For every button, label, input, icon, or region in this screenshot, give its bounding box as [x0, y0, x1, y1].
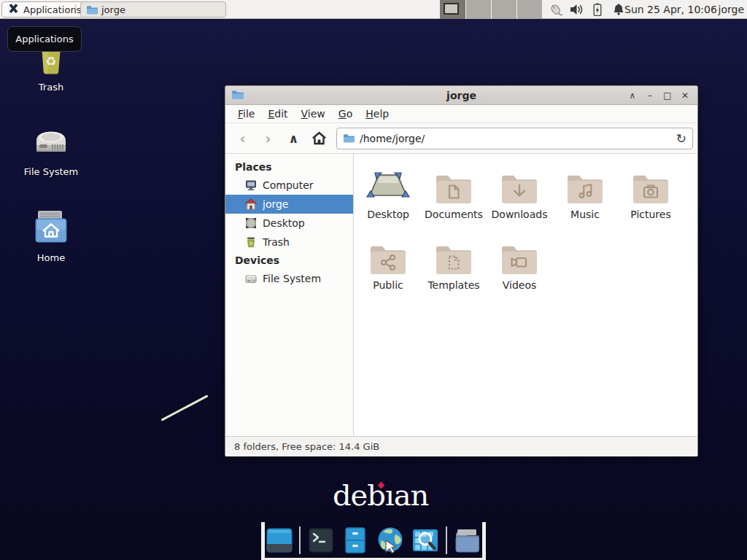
close-button[interactable]: ✕	[678, 86, 692, 105]
battery-charging-icon[interactable]	[589, 1, 605, 18]
path-folder-icon	[343, 133, 355, 143]
workspace-1[interactable]	[440, 0, 465, 19]
taskbar-window-button[interactable]: jorge	[80, 1, 226, 18]
sidebar-item-jorge[interactable]: jorge	[225, 195, 353, 214]
desktop-icon-home[interactable]: Home	[7, 209, 95, 263]
desktop-icon-label: Home	[7, 252, 95, 263]
menu-go[interactable]: Go	[332, 106, 359, 122]
file-item-public[interactable]: Public	[355, 230, 421, 301]
folder-downloads-icon	[500, 160, 538, 205]
file-label: Documents	[425, 209, 483, 220]
panel-user-actions[interactable]: jorge	[719, 0, 744, 19]
menu-view[interactable]: View	[295, 106, 332, 122]
places-sidebar: Places Computer jorge Desktop Trash Devi…	[225, 154, 354, 436]
sidebar-item-trash[interactable]: Trash	[225, 233, 353, 252]
folder-videos-icon	[500, 230, 538, 276]
status-text: 8 folders, Free space: 14.4 GiB	[234, 441, 379, 452]
system-tray	[547, 0, 627, 19]
devices-header: Devices	[225, 252, 353, 269]
file-manager-launcher[interactable]	[453, 526, 482, 555]
wallpaper-swoosh	[161, 394, 209, 421]
sidebar-item-label: File System	[263, 273, 321, 284]
file-item-pictures[interactable]: Pictures	[618, 160, 684, 230]
dock-panel	[261, 522, 486, 560]
toolbar: ‹ › ∧ /home/jorge/ ↻	[225, 123, 697, 154]
mouse-icon[interactable]	[547, 1, 563, 18]
window-titlebar[interactable]: jorge ∧ – □ ✕	[225, 86, 697, 105]
desktop-icon-file-system[interactable]: File System	[7, 121, 95, 177]
applications-tooltip: Applications	[7, 26, 82, 52]
app-finder-icon	[411, 527, 440, 553]
desktop-icon-label: File System	[7, 166, 95, 177]
debian-wordmark: debıan	[333, 478, 428, 512]
folder-public-icon	[369, 230, 407, 276]
terminal-icon	[307, 526, 335, 554]
status-bar: 8 folders, Free space: 14.4 GiB	[225, 436, 697, 456]
terminal-launcher[interactable]	[306, 526, 335, 555]
folder-templates-icon	[435, 230, 473, 276]
web-browser-launcher[interactable]	[376, 526, 405, 555]
menu-bar: File Edit View Go Help	[225, 105, 697, 123]
minimize-button[interactable]: –	[643, 86, 657, 105]
file-item-videos[interactable]: Videos	[487, 230, 552, 301]
folder-documents-icon	[435, 160, 473, 205]
window-folder-icon	[231, 90, 244, 100]
file-item-desktop[interactable]: Desktop	[355, 160, 421, 230]
sidebar-item-label: Trash	[263, 236, 290, 248]
menu-edit[interactable]: Edit	[261, 106, 294, 122]
location-bar[interactable]: /home/jorge/ ↻	[336, 128, 693, 149]
file-item-downloads[interactable]: Downloads	[487, 160, 552, 230]
dock-separator	[299, 526, 301, 554]
folder-icon	[86, 5, 98, 15]
file-label: Music	[570, 209, 600, 220]
workspace-4[interactable]	[516, 0, 542, 19]
file-label: Videos	[503, 279, 537, 291]
file-cabinet-launcher[interactable]	[341, 526, 370, 555]
workspace-3[interactable]	[491, 0, 516, 19]
workspace-switcher	[440, 0, 542, 19]
taskbar-window-label: jorge	[101, 4, 125, 15]
sidebar-item-file-system[interactable]: File System	[225, 269, 353, 288]
harddrive-icon	[33, 121, 69, 160]
svg-text:♻: ♻	[45, 54, 56, 69]
file-label: Downloads	[492, 209, 548, 220]
back-button[interactable]: ‹	[230, 128, 255, 149]
file-item-templates[interactable]: Templates	[421, 230, 487, 301]
current-path: /home/jorge/	[360, 133, 425, 144]
workspace-2[interactable]	[465, 0, 491, 19]
file-label: Pictures	[630, 209, 670, 220]
up-button[interactable]: ∧	[281, 128, 306, 149]
file-item-documents[interactable]: Documents	[421, 160, 487, 230]
sidebar-item-desktop[interactable]: Desktop	[225, 214, 353, 233]
show-desktop-launcher[interactable]	[265, 526, 293, 555]
sidebar-item-label: Desktop	[263, 217, 305, 229]
file-icon-view: Desktop Documents Downloads Music	[354, 154, 697, 436]
folder-pictures-icon	[632, 160, 670, 205]
file-label: Public	[373, 279, 403, 291]
home-button[interactable]	[306, 128, 332, 149]
menu-help[interactable]: Help	[359, 106, 395, 122]
app-finder-launcher[interactable]	[411, 526, 440, 555]
harddrive-icon	[245, 273, 257, 284]
forward-button[interactable]: ›	[255, 128, 281, 149]
file-item-music[interactable]: Music	[552, 160, 618, 230]
dock-separator	[446, 526, 447, 554]
web-browser-globe-icon	[376, 526, 405, 555]
home-icon	[245, 198, 257, 210]
sidebar-item-computer[interactable]: Computer	[225, 176, 353, 195]
wordmark-part: deb	[333, 478, 385, 512]
home-folder-icon	[33, 209, 69, 246]
wordmark-part: an	[394, 478, 429, 512]
sidebar-item-label: Computer	[263, 179, 314, 191]
menu-file[interactable]: File	[231, 106, 261, 122]
trash-icon	[245, 236, 257, 248]
panel-clock[interactable]: Sun 25 Apr, 10:06	[624, 0, 717, 19]
volume-icon[interactable]	[568, 1, 584, 18]
applications-label: Applications	[23, 4, 81, 15]
maximize-button[interactable]: □	[661, 86, 674, 105]
show-desktop-icon	[266, 527, 293, 553]
shade-button[interactable]: ∧	[626, 86, 639, 105]
workspace-window-preview	[444, 3, 459, 15]
reload-button[interactable]: ↻	[676, 128, 686, 149]
wordmark-part: ı	[385, 478, 394, 512]
